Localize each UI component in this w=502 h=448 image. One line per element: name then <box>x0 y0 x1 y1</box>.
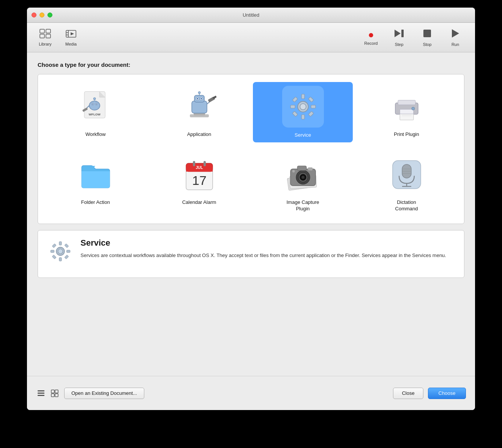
svg-point-82 <box>58 249 63 254</box>
svg-point-34 <box>200 98 202 99</box>
type-item-calendar-alarm[interactable]: JUL 17 Calendar Alarm <box>149 150 249 216</box>
type-item-service[interactable]: Service <box>253 82 353 142</box>
svg-rect-53 <box>400 109 414 114</box>
svg-rect-92 <box>38 393 44 394</box>
svg-rect-61 <box>193 161 195 166</box>
svg-marker-9 <box>395 30 401 37</box>
library-button[interactable]: Library <box>33 26 57 49</box>
svg-point-41 <box>300 104 306 110</box>
step-button[interactable]: Step <box>385 26 413 49</box>
type-grid: WFLOW Workflow <box>46 82 456 216</box>
close-button-bottom[interactable]: Close <box>393 388 423 399</box>
svg-rect-72 <box>308 167 313 170</box>
svg-rect-85 <box>51 250 54 252</box>
workflow-label: Workflow <box>85 131 106 138</box>
svg-rect-49 <box>308 111 313 117</box>
svg-rect-94 <box>51 390 54 393</box>
status-icons <box>36 388 60 398</box>
close-button[interactable] <box>32 13 36 17</box>
svg-rect-11 <box>423 30 431 37</box>
list-view-icon[interactable] <box>36 388 46 398</box>
step-icon <box>393 28 405 41</box>
svg-text:JUL: JUL <box>196 166 203 170</box>
image-capture-icon-wrap <box>282 154 324 196</box>
type-item-print-plugin[interactable]: Print Plugin <box>357 82 456 142</box>
svg-point-21 <box>96 104 97 105</box>
svg-rect-45 <box>311 105 316 108</box>
svg-point-23 <box>93 98 96 100</box>
library-icon <box>39 29 51 40</box>
calendar-alarm-icon: JUL 17 <box>182 158 216 192</box>
svg-text:17: 17 <box>192 173 207 188</box>
titlebar: Untitled <box>27 8 475 23</box>
svg-point-73 <box>292 170 295 173</box>
workflow-icon-wrap: WFLOW <box>75 86 117 128</box>
svg-rect-93 <box>38 395 44 396</box>
svg-rect-29 <box>192 101 207 113</box>
svg-rect-62 <box>204 161 206 166</box>
svg-rect-48 <box>292 111 297 117</box>
choose-heading: Choose a type for your document: <box>38 62 464 68</box>
application-label: Application <box>187 131 212 138</box>
grid-view-icon[interactable] <box>50 388 60 398</box>
toolbar-right: ● Record Step S <box>357 26 469 49</box>
bottom-bar: Open an Existing Document... Close Choos… <box>27 376 475 410</box>
print-plugin-label: Print Plugin <box>394 131 419 138</box>
type-item-application[interactable]: Application <box>149 82 249 142</box>
minimize-button[interactable] <box>39 13 44 17</box>
content-area: Choose a type for your document: <box>27 52 475 376</box>
type-panel: WFLOW Workflow <box>38 74 464 224</box>
service-label: Service <box>289 131 317 139</box>
svg-rect-51 <box>398 100 415 105</box>
svg-marker-12 <box>452 29 459 38</box>
svg-rect-1 <box>40 34 44 38</box>
print-plugin-icon <box>390 90 424 124</box>
type-item-workflow[interactable]: WFLOW Workflow <box>46 82 145 142</box>
main-window: Untitled Library <box>27 8 475 410</box>
svg-rect-97 <box>55 394 58 397</box>
service-icon <box>286 90 320 124</box>
maximize-button[interactable] <box>47 13 52 17</box>
media-button[interactable]: Media <box>59 26 83 49</box>
stop-icon <box>422 28 433 41</box>
description-gear-icon <box>47 238 74 265</box>
svg-rect-87 <box>52 244 56 248</box>
type-item-folder-action[interactable]: Folder Action <box>46 150 145 216</box>
dictation-command-icon-wrap <box>386 154 428 196</box>
svg-point-54 <box>412 107 415 110</box>
calendar-alarm-label: Calendar Alarm <box>182 199 216 206</box>
svg-marker-8 <box>71 32 74 35</box>
svg-rect-47 <box>308 97 313 102</box>
svg-rect-89 <box>52 255 56 259</box>
svg-rect-86 <box>66 250 70 252</box>
record-button[interactable]: ● Record <box>357 26 385 49</box>
type-item-dictation-command[interactable]: Dictation Command <box>357 150 456 216</box>
svg-rect-83 <box>59 241 62 245</box>
svg-rect-43 <box>302 115 305 119</box>
choose-button[interactable]: Choose <box>428 388 466 399</box>
library-label: Library <box>39 42 52 46</box>
folder-action-icon-wrap <box>75 154 117 196</box>
open-existing-button[interactable]: Open an Existing Document... <box>64 388 144 399</box>
svg-rect-44 <box>290 105 295 108</box>
svg-rect-71 <box>297 166 306 170</box>
window-title: Untitled <box>243 12 259 18</box>
svg-point-33 <box>197 98 198 99</box>
svg-rect-10 <box>401 30 404 37</box>
svg-point-36 <box>198 91 200 94</box>
run-icon <box>450 28 461 41</box>
application-icon-wrap <box>178 86 220 128</box>
stop-button[interactable]: Stop <box>414 26 441 49</box>
description-body: Services are contextual workflows availa… <box>81 252 455 259</box>
traffic-lights <box>32 13 52 17</box>
folder-action-label: Folder Action <box>81 199 110 206</box>
service-icon-wrap <box>282 86 324 128</box>
folder-action-icon <box>79 158 113 192</box>
svg-rect-0 <box>40 29 44 33</box>
svg-rect-46 <box>292 97 297 102</box>
workflow-icon: WFLOW <box>79 90 113 124</box>
svg-rect-3 <box>46 34 51 38</box>
type-item-image-capture[interactable]: Image Capture Plugin <box>253 150 353 216</box>
svg-rect-95 <box>55 390 58 393</box>
run-button[interactable]: Run <box>442 26 469 49</box>
